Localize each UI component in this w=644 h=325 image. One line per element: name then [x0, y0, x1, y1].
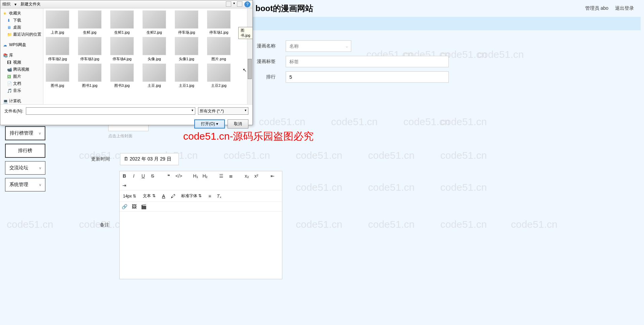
file-thumbnail — [207, 64, 231, 82]
ol-button[interactable]: ☰ — [219, 173, 224, 179]
file-thumbnail — [143, 64, 166, 82]
file-item[interactable]: 生鲜.jpg — [78, 10, 102, 35]
downloads-item[interactable]: ⬇下载 — [0, 17, 43, 24]
file-thumbnail — [143, 37, 166, 55]
style-select[interactable]: 文本 ⇅ — [142, 192, 157, 200]
h2-button[interactable]: H₂ — [202, 173, 208, 179]
file-item[interactable]: 图书1.jpg — [78, 64, 102, 88]
strike-button[interactable]: S — [150, 173, 155, 179]
logout-link[interactable]: 退出登录 — [615, 5, 634, 11]
file-item[interactable]: 图片.png — [207, 37, 231, 62]
file-item[interactable]: 土豆1.jpg — [174, 64, 199, 88]
pictures-item[interactable]: 🖼图片 — [0, 73, 43, 80]
chevron-down-icon[interactable]: ▾ — [192, 108, 193, 112]
sidebar-item-system[interactable]: 系统管理 v — [5, 178, 45, 191]
file-item[interactable]: 生鲜2.jpg — [142, 10, 166, 35]
file-thumbnail — [110, 37, 134, 55]
date-value: 2022 年 03 月 29 日 — [130, 156, 171, 161]
underline-button[interactable]: U — [140, 173, 146, 179]
file-item[interactable]: 生鲜1.jpg — [110, 10, 134, 35]
file-item[interactable]: 图书3.jpg — [110, 64, 134, 88]
watermark: code51.cn — [368, 182, 414, 193]
file-item[interactable]: 土豆.jpg — [142, 64, 166, 88]
video-item[interactable]: 🎞视频 — [0, 59, 43, 66]
font-size-select[interactable]: 14px ⇅ — [122, 193, 137, 199]
sidebar-item-label: 排行榜管理 — [10, 130, 33, 136]
code-button[interactable]: </> — [175, 173, 182, 179]
file-item[interactable]: 土豆2.jpg — [207, 64, 231, 88]
font-color-button[interactable]: A — [161, 193, 166, 199]
file-item[interactable]: 上衣.jpg — [45, 10, 70, 35]
file-name: 土豆1.jpg — [174, 83, 199, 88]
file-grid: 上衣.jpg生鲜.jpg生鲜1.jpg生鲜2.jpg停车场.jpg停车场1.jp… — [43, 8, 252, 104]
file-item[interactable]: 停车场.jpg — [174, 10, 199, 35]
chevron-down-icon: v — [39, 166, 41, 170]
file-name: 生鲜.jpg — [78, 30, 102, 35]
file-name: 生鲜2.jpg — [142, 30, 166, 35]
tencent-item[interactable]: 📹腾讯视频 — [0, 66, 43, 73]
sup-button[interactable]: x² — [254, 173, 259, 179]
filetype-select[interactable]: 所有文件 (*.*) — [198, 107, 248, 115]
watermark: code51.cn — [511, 219, 557, 230]
view-icon[interactable] — [226, 1, 231, 7]
sidebar-item-label: 交流论坛 — [9, 165, 28, 171]
file-item[interactable]: 停车场3.jpg — [78, 37, 102, 62]
help-icon[interactable]: ? — [244, 1, 250, 7]
file-name: 土豆2.jpg — [207, 83, 231, 88]
image-button[interactable]: 🖼 — [131, 204, 137, 209]
quote-button[interactable]: ❝ — [166, 173, 171, 179]
file-item[interactable]: 头像1.jpg — [174, 37, 199, 62]
new-folder-button[interactable]: 新建文件夹 — [21, 1, 41, 7]
outdent-button[interactable]: ⇤ — [270, 173, 275, 179]
filename-input[interactable] — [26, 107, 195, 115]
file-thumbnail — [175, 37, 198, 55]
ul-button[interactable]: ≣ — [228, 173, 234, 179]
sidebar-item-forum[interactable]: 交流论坛 v — [5, 161, 45, 175]
rank-input[interactable] — [286, 71, 449, 83]
file-thumbnail — [78, 64, 102, 82]
file-item[interactable]: 头像.jpg — [142, 37, 166, 62]
date-input[interactable]: 🗓 2022 年 03 月 29 日 — [120, 153, 179, 165]
align-button[interactable]: ≡ — [207, 193, 212, 199]
recent-item[interactable]: 📁最近访问的位置 — [0, 31, 43, 38]
editor-content[interactable] — [120, 212, 282, 279]
file-item[interactable]: 图书.jpg — [45, 64, 70, 88]
scrollbar[interactable] — [247, 8, 252, 104]
organize-button[interactable]: 组织 — [2, 1, 10, 7]
scroll-thumb[interactable] — [248, 59, 252, 79]
wps-item[interactable]: ☁WPS网盘 — [0, 41, 43, 48]
preview-icon[interactable] — [237, 1, 242, 7]
bold-button[interactable]: B — [122, 173, 127, 179]
file-name: 头像.jpg — [142, 57, 166, 62]
link-button[interactable]: 🔗 — [122, 204, 127, 209]
cancel-button[interactable]: 取消 — [228, 119, 248, 129]
file-item[interactable]: 停车场2.jpg — [45, 37, 70, 62]
admin-label[interactable]: 管理员 abo — [585, 5, 608, 11]
library-group[interactable]: 📚库 — [0, 52, 43, 59]
favorites-group[interactable]: ★收藏夹 — [0, 10, 43, 17]
video-button[interactable]: 🎬 — [141, 204, 147, 209]
desktop-item[interactable]: 🖥桌面 — [0, 24, 43, 31]
music-item[interactable]: 🎵音乐 — [0, 87, 43, 94]
sub-button[interactable]: x₂ — [244, 173, 250, 179]
computer-item[interactable]: 💻计算机 — [0, 98, 43, 104]
file-thumbnail — [207, 10, 231, 29]
sidebar-item-rank[interactable]: 排行榜 — [5, 144, 45, 158]
file-item[interactable]: 停车场4.jpg — [110, 37, 134, 62]
file-name: 图片.png — [207, 57, 231, 62]
comic-tag-input[interactable] — [286, 56, 449, 67]
clear-format-button[interactable]: Tₓ — [216, 193, 222, 199]
watermark: code51.cn — [477, 49, 524, 60]
font-family-select[interactable]: 标准字体 ⇅ — [180, 192, 203, 200]
comic-name-select[interactable] — [286, 40, 351, 52]
file-name: 生鲜1.jpg — [110, 30, 134, 35]
file-item[interactable]: 停车场1.jpg — [207, 10, 231, 35]
file-name: 停车场4.jpg — [110, 57, 134, 62]
chevron-down-icon[interactable]: ▾ — [233, 1, 235, 7]
indent-button[interactable]: ⇥ — [122, 183, 127, 188]
bg-color-button[interactable]: 🖍 — [170, 193, 176, 199]
documents-item[interactable]: 📄文档 — [0, 80, 43, 87]
h1-button[interactable]: H₁ — [193, 173, 198, 179]
open-button[interactable]: 打开(O) ▾ — [194, 119, 225, 129]
italic-button[interactable]: I — [131, 173, 136, 179]
